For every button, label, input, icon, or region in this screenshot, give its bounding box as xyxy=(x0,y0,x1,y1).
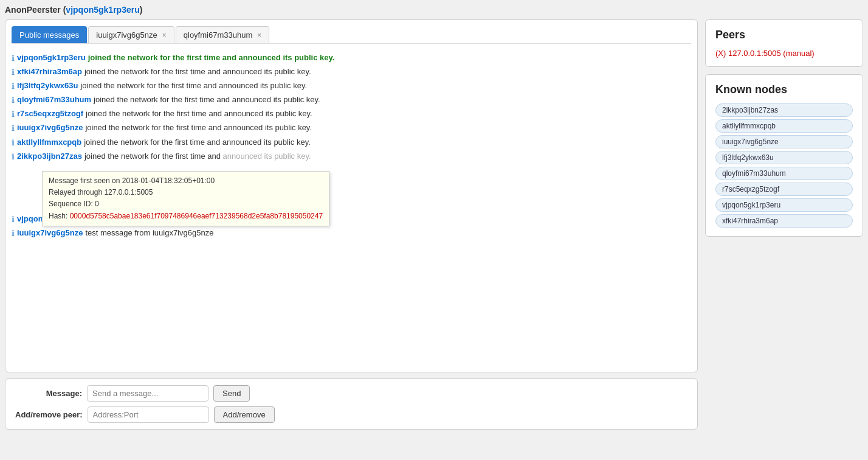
msg-sender[interactable]: r7sc5eqxzg5tzogf xyxy=(17,107,83,120)
list-item: ℹ r7sc5eqxzg5tzogf joined the network fo… xyxy=(12,107,691,121)
list-item: ℹ iuuigx7ivg6g5nze joined the network fo… xyxy=(12,121,691,135)
info-icon[interactable]: ℹ xyxy=(12,122,15,135)
msg-text: joined the network for the first time an… xyxy=(86,107,312,120)
tooltip-line2: Relayed through 127.0.0.1:5005 xyxy=(49,187,323,198)
info-icon[interactable]: ℹ xyxy=(12,136,15,150)
close-tab-iuuigx7[interactable]: × xyxy=(162,31,167,40)
msg-text: joined the network for the first time an… xyxy=(88,51,335,64)
msg-text: joined the network for the first time an… xyxy=(84,136,311,149)
known-node-badge[interactable]: iuuigx7ivg6g5nze xyxy=(715,135,853,148)
message-row: Message: Send xyxy=(15,385,687,402)
peer-label: Add/remove peer: xyxy=(15,410,83,419)
app-title: AnonPeerster (vjpqon5gk1rp3eru) xyxy=(5,5,863,15)
known-node-badge[interactable]: xfki47rhira3m6ap xyxy=(715,214,853,228)
msg-sender[interactable]: lfj3ltfq2ykwx63u xyxy=(17,79,78,92)
peer-input[interactable] xyxy=(88,406,209,423)
msg-sender[interactable]: iuuigx7ivg6g5nze xyxy=(17,226,83,240)
info-icon[interactable]: ℹ xyxy=(12,66,15,79)
tab-iuuigx7[interactable]: iuuigx7ivg6g5nze × xyxy=(88,26,174,43)
known-nodes-title: Known nodes xyxy=(715,83,853,96)
list-item: ℹ xfki47rhira3m6ap joined the network fo… xyxy=(12,65,691,79)
known-nodes-panel: Known nodes 2ikkpo3ijbn27zasaktllyllfmmx… xyxy=(705,74,863,237)
info-icon[interactable]: ℹ xyxy=(12,227,15,240)
close-tab-qloyfmi67[interactable]: × xyxy=(257,31,261,40)
tab-qloyfmi67[interactable]: qloyfmi67m33uhum × xyxy=(176,26,269,43)
list-item: ℹ iuuigx7ivg6g5nze test message from iuu… xyxy=(12,226,691,240)
known-nodes-list: 2ikkpo3ijbn27zasaktllyllfmmxcpqbiuuigx7i… xyxy=(715,103,853,228)
tooltip-line3: Sequence ID: 0 xyxy=(49,198,323,210)
known-node-badge[interactable]: 2ikkpo3ijbn27zas xyxy=(715,103,853,117)
info-icon[interactable]: ℹ xyxy=(12,150,15,164)
message-label: Message: xyxy=(15,389,82,398)
add-remove-button[interactable]: Add/remove xyxy=(214,406,275,423)
list-item: ℹ qloyfmi67m33uhum joined the network fo… xyxy=(12,93,691,107)
msg-text: joined the network for the first time an… xyxy=(84,150,311,163)
info-icon[interactable]: ℹ xyxy=(12,94,15,107)
msg-sender[interactable]: vjpqon5gk1rp3eru xyxy=(17,51,86,64)
known-node-badge[interactable]: lfj3ltfq2ykwx63u xyxy=(715,151,853,164)
msg-text: joined the network for the first time an… xyxy=(94,93,320,106)
msg-sender[interactable]: aktllyllfmmxcpqb xyxy=(17,136,81,149)
msg-sender[interactable]: 2ikkpo3ijbn27zas xyxy=(17,150,82,163)
known-node-badge[interactable]: vjpqon5gk1rp3eru xyxy=(715,198,853,212)
info-icon[interactable]: ℹ xyxy=(12,52,15,65)
msg-sender[interactable]: qloyfmi67m33uhum xyxy=(17,93,91,106)
tab-public-messages[interactable]: Public messages xyxy=(12,26,87,43)
msg-text: joined the network for the first time an… xyxy=(85,121,312,134)
peers-title: Peers xyxy=(715,29,853,41)
info-icon[interactable]: ℹ xyxy=(12,108,15,121)
msg-sender[interactable]: xfki47rhira3m6ap xyxy=(17,65,82,78)
tooltip-line4: Hash: 0000d5758c5abae183e61f7097486946ea… xyxy=(49,211,323,222)
user-id-link[interactable]: vjpqon5gk1rp3eru xyxy=(66,5,139,15)
message-input[interactable] xyxy=(87,385,208,402)
peer-address: (X) 127.0.0.1:5005 (manual) xyxy=(715,49,815,58)
list-item: ℹ aktllyllfmmxcpqb joined the network fo… xyxy=(12,136,691,150)
tooltip-line1: Message first seen on 2018-01-04T18:32:0… xyxy=(49,175,323,187)
peer-row: Add/remove peer: Add/remove xyxy=(15,406,687,423)
send-button[interactable]: Send xyxy=(213,385,250,402)
msg-text: joined the network for the first time an… xyxy=(80,79,307,92)
message-tooltip: Message first seen on 2018-01-04T18:32:0… xyxy=(42,171,329,226)
msg-text: joined the network for the first time an… xyxy=(84,65,311,78)
messages-list: ℹ vjpqon5gk1rp3eru joined the network fo… xyxy=(12,51,691,164)
peers-panel: Peers (X) 127.0.0.1:5005 (manual) xyxy=(705,19,863,67)
peer-item: (X) 127.0.0.1:5005 (manual) xyxy=(715,49,853,58)
msg-text: test message from iuuigx7ivg6g5nze xyxy=(85,226,213,240)
list-item: ℹ vjpqon5gk1rp3eru joined the network fo… xyxy=(12,51,691,65)
known-node-badge[interactable]: r7sc5eqxzg5tzogf xyxy=(715,183,853,196)
known-node-badge[interactable]: aktllyllfmmxcpqb xyxy=(715,119,853,133)
info-icon[interactable]: ℹ xyxy=(12,213,15,226)
list-item: ℹ 2ikkpo3ijbn27zas joined the network fo… xyxy=(12,150,691,164)
msg-sender[interactable]: iuuigx7ivg6g5nze xyxy=(17,121,83,134)
info-icon[interactable]: ℹ xyxy=(12,80,15,93)
right-panel: Peers (X) 127.0.0.1:5005 (manual) Known … xyxy=(705,19,863,430)
list-item: ℹ lfj3ltfq2ykwx63u joined the network fo… xyxy=(12,79,691,93)
tabs-bar: Public messages iuuigx7ivg6g5nze × qloyf… xyxy=(12,26,691,44)
bottom-bar: Message: Send Add/remove peer: Add/remov… xyxy=(5,378,698,430)
messages-container: Public messages iuuigx7ivg6g5nze × qloyf… xyxy=(5,19,698,372)
known-node-badge[interactable]: qloyfmi67m33uhum xyxy=(715,167,853,180)
